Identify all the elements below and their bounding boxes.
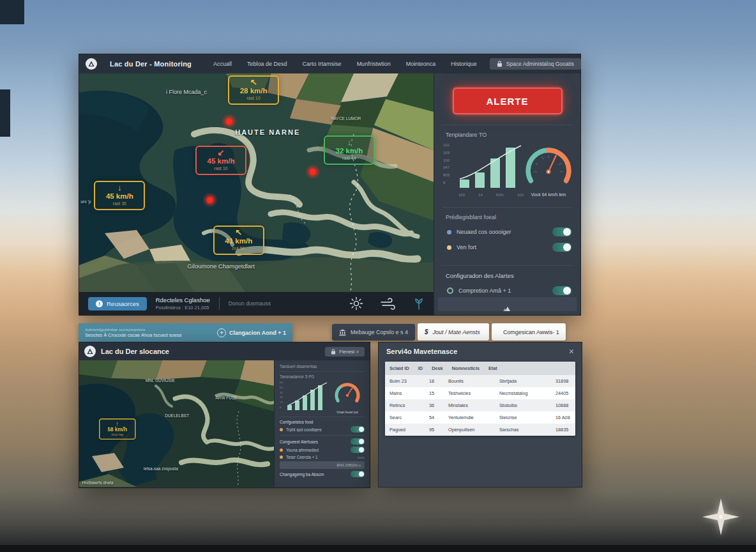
alert-button[interactable]: ALERTE [453, 88, 563, 114]
panel2-strip-button[interactable]: ENG 20810m x [280, 461, 365, 469]
maintenance-title: Servi4o Mavetenasce [386, 348, 457, 355]
temperature-chart-title: Tenpiandare TO [446, 132, 580, 138]
toggle-switch[interactable] [351, 438, 365, 445]
wind-speed-sub: but 50 [220, 245, 257, 251]
table-row[interactable]: Bulm 23 18 Bounlis Sbrtjada 31898 [385, 375, 575, 387]
nav-item[interactable]: Historique [451, 61, 477, 67]
mini-peak-icon [503, 306, 513, 311]
axis-tick: 805 [443, 173, 450, 178]
cell-etat: 16 A08 [551, 415, 575, 420]
table-header-cell: Sclaid ID [385, 365, 414, 371]
wind-speed-badge[interactable]: ↓ 32 km/h rast 44 [324, 135, 375, 165]
app-logo-icon [84, 346, 96, 357]
wind-speed-value: 45 km/h [101, 192, 138, 201]
wind-speed-badge[interactable]: ↙ 45 km/h rast 10 [195, 146, 246, 175]
table-row[interactable]: Pagoed 95 Openputisen Sarschas 18835 [385, 424, 575, 436]
cell-nom: Necmstatalog [495, 390, 551, 396]
cell-solid-id: Retincs [385, 402, 425, 408]
nav-item[interactable]: Tebloa de Desd [247, 61, 287, 67]
nav-item[interactable]: Accuall [213, 61, 232, 67]
divider [280, 371, 365, 372]
sparkle-icon [701, 497, 741, 537]
divider [442, 125, 573, 125]
axis-tick: 50 [280, 386, 283, 389]
dollar-icon: $ [425, 328, 428, 335]
divider [442, 265, 573, 266]
surveillance-side-panel: Tanduert disameritas Tansnadamor 5 PG 64… [274, 360, 370, 487]
surveillance-map[interactable]: MNL GUVIUSIEARW FUSEDUELELBSTIetsa-saa z… [79, 360, 274, 487]
close-icon[interactable]: × [569, 348, 574, 355]
cell-solid-id: Pagoed [385, 427, 425, 433]
toggle-switch[interactable] [552, 243, 571, 252]
resources-button[interactable]: ! Reusaorces [88, 297, 147, 310]
info-icon: ! [96, 300, 103, 307]
table-row[interactable]: Retincs 36 Minstales Sbstulbs 10888 [385, 399, 575, 411]
panel2-section3: Changagemg ba Abscm [280, 472, 347, 477]
add-alerts-button[interactable]: $ Jout / Mate Aensts [418, 323, 489, 341]
interactive-map[interactable]: i Flore Mcada_cHAUTE NARNERAYCE LUMORGil… [79, 73, 434, 292]
plant-icon[interactable] [413, 297, 425, 310]
gauge-dial [522, 144, 575, 191]
nav-item[interactable]: Mointeonca [406, 61, 436, 67]
wind-direction-arrow-icon: ↖ [220, 228, 257, 237]
temperature-block: 1101091000478058 1001450%100 [434, 142, 580, 197]
prediction-toggles: Neuaed cos ooooiger Ven fort [434, 224, 580, 255]
notification-banner[interactable]: Aubrtsirdgjulshsbar oumsyreqrstore Seoct… [79, 323, 292, 342]
wind-icon[interactable] [380, 297, 397, 310]
alerts-config-title: Configuradon des Alartes [446, 272, 580, 279]
wind-speed-badge[interactable]: ↖ 28 km/h rast 10 [228, 75, 279, 105]
message-console-button[interactable]: Mebauge Copslo e s 4 [332, 324, 415, 341]
panel-footer-strip[interactable] [438, 297, 577, 311]
nav-item[interactable]: Munfristwtion [357, 61, 391, 67]
cell-nom: Sbstulbs [495, 402, 551, 408]
comparison-button[interactable]: Comgesican Awwis- 1 [492, 323, 566, 341]
wind-gauge: Vock 64 km/h lein [522, 144, 575, 197]
axis-tick: 047 [443, 165, 450, 170]
comparison-label: Comgesican Awwis- 1 [503, 329, 559, 335]
admin-space-button[interactable]: Space Administaloq Gooatis [490, 58, 581, 70]
sun-icon[interactable] [349, 296, 363, 310]
cell-solid-id: Bulm 23 [385, 378, 425, 384]
axis-tick: 110 [443, 143, 450, 148]
toggle-label: Ven fort [457, 244, 547, 250]
banner-text: Aubrtsirdgjulshsbar oumsyreqrstore Seoct… [85, 328, 182, 338]
status-title: Rdecteles Cglashoe [156, 296, 210, 303]
mini-wind-gauge: Vmart Aeost lcot [330, 380, 365, 414]
photo-bottom-band [0, 545, 756, 552]
toggle-switch[interactable] [351, 426, 365, 433]
wind-speed-badge[interactable]: ↑ 58 km/h zxce leg [99, 418, 136, 440]
cell-nom: Sbrtjada [495, 378, 551, 384]
toggle-switch[interactable] [351, 471, 365, 477]
bank-icon [339, 329, 346, 336]
table-row[interactable]: Searc 54 Yentulemdie Sleicrise 16 A08 [385, 411, 575, 424]
ring-icon [447, 288, 453, 294]
wind-direction-arrow-icon: ↓ [331, 138, 368, 147]
row1-label: Trpht spd coodtgers [286, 427, 347, 432]
wind-speed-sub: zxce leg [103, 433, 130, 436]
axis-tick: 50% [496, 193, 504, 197]
toggle-switch[interactable] [552, 286, 571, 295]
map-place-label: MNL GUVIUSIE [146, 378, 175, 383]
status-icons [349, 296, 425, 310]
win2-admin-button[interactable]: Fienesi > [325, 347, 365, 356]
divider [280, 417, 365, 417]
y-axis-ticks: 1101091000478058 [443, 143, 450, 185]
plus-circle-icon: + [217, 328, 226, 337]
toggle-switch[interactable] [552, 227, 571, 236]
maintenance-table: Sclaid IDIDDeskNomnestlcisEtat Bulm 23 1… [385, 362, 575, 436]
panel2-chart-title: Tansnadamor 5 PG [280, 374, 365, 379]
wind-speed-value: 58 km/h [103, 427, 130, 433]
wind-speed-badge[interactable]: ↓ 45 km/h rast 35 [94, 181, 145, 210]
banner-action-button[interactable]: + Clangacion Aond + 1 [217, 328, 286, 337]
axis-tick: 17 [280, 401, 283, 404]
panel2-row2: Youna afrnmedied [280, 447, 365, 453]
y-axis-ticks: 64504030178 [280, 381, 283, 409]
admin-space-label: Space Administaloq Gooatis [506, 61, 574, 67]
wind-speed-badge[interactable]: ↖ 41 km/h but 50 [213, 226, 264, 255]
wind-speed-sub: rast 10 [202, 165, 239, 171]
divider [219, 297, 220, 310]
table-row[interactable]: Mains 15 Teshwicles Necmstatalog 24405 [385, 387, 575, 399]
nav-item[interactable]: Carto Irtamsise [303, 61, 342, 67]
maintenance-window: Servi4o Mavetenasce × Sclaid IDIDDeskNom… [378, 342, 582, 487]
toggle-switch[interactable] [351, 447, 365, 453]
